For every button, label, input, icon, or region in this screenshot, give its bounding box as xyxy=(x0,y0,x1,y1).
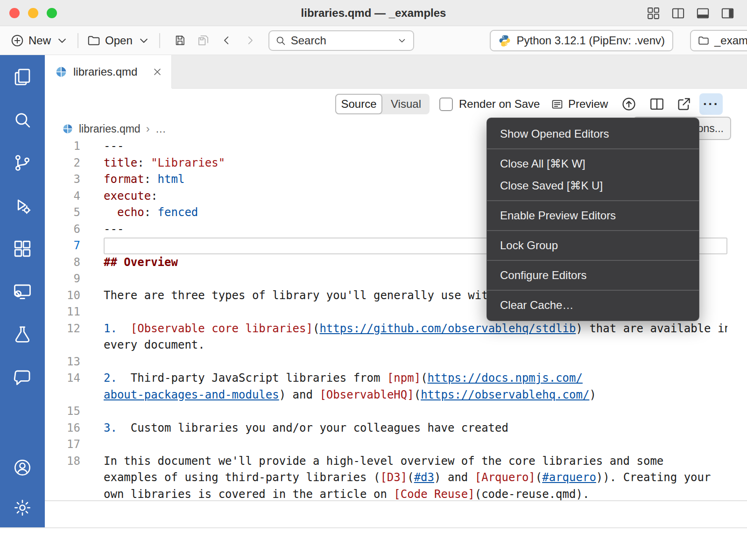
account-icon[interactable] xyxy=(13,458,32,477)
layout-panel-icon[interactable] xyxy=(696,6,710,21)
line-number: 17 xyxy=(45,436,80,453)
menu-item-label: Clear Cache… xyxy=(500,299,573,312)
code-text xyxy=(104,403,727,420)
render-on-save-label: Render on Save xyxy=(459,98,540,111)
open-in-new-window-icon[interactable] xyxy=(676,96,692,112)
menu-item-label: Lock Group xyxy=(500,239,558,252)
save-all-icon xyxy=(197,34,210,47)
code-text: In this document we'll provide a high-le… xyxy=(104,453,727,470)
save-button[interactable] xyxy=(171,31,190,50)
code-text: own libraries is covered in the article … xyxy=(104,486,727,501)
source-control-icon[interactable] xyxy=(13,153,32,173)
editor-tabs: libraries.qmd xyxy=(45,55,747,89)
code-line[interactable]: 163. Custom libraries you and/or your co… xyxy=(45,420,747,437)
line-number: 1 xyxy=(45,138,80,155)
breadcrumb-file[interactable]: libraries.qmd xyxy=(79,123,141,135)
render-on-save-checkbox-group[interactable]: Render on Save xyxy=(439,89,540,119)
code-line[interactable]: about-packages-and-modules) and [Observa… xyxy=(45,387,747,404)
search-icon[interactable] xyxy=(13,110,32,130)
menu-item-show-opened-editors[interactable]: Show Opened Editors xyxy=(487,123,699,145)
save-all-button[interactable] xyxy=(194,31,213,50)
layout-grid-icon[interactable] xyxy=(646,6,661,21)
line-number: 11 xyxy=(45,304,80,321)
layout-controls xyxy=(646,6,735,21)
monitor-icon[interactable] xyxy=(13,282,32,301)
line-number: 7 xyxy=(45,238,80,254)
line-number xyxy=(45,469,80,486)
interpreter-selector[interactable]: Python 3.12.1 (PipEnv: .venv) xyxy=(490,30,673,51)
code-line[interactable]: 13 xyxy=(45,354,747,371)
breadcrumb-more[interactable]: … xyxy=(155,123,166,135)
extensions-icon[interactable] xyxy=(13,239,32,259)
save-icon xyxy=(174,34,186,47)
preview-label: Preview xyxy=(568,98,608,111)
activity-bar-bottom xyxy=(13,458,32,517)
preview-button[interactable]: Preview xyxy=(551,89,608,119)
code-text xyxy=(104,354,727,371)
code-line[interactable]: own libraries is covered in the article … xyxy=(45,486,747,501)
testing-icon[interactable] xyxy=(13,325,32,344)
source-toggle[interactable]: Source xyxy=(335,94,382,114)
line-number: 14 xyxy=(45,370,80,387)
toolbar-divider xyxy=(78,33,78,48)
workspace-selector-partial[interactable]: _examples xyxy=(690,30,747,51)
line-number: 10 xyxy=(45,287,80,304)
code-line[interactable]: every document. xyxy=(45,337,747,354)
line-number xyxy=(45,387,80,404)
code-line[interactable]: 142. Third-party JavaScript libraries fr… xyxy=(45,370,747,387)
menu-item-close-saved-k-u[interactable]: Close Saved [⌘K U] xyxy=(487,175,699,196)
tab-libraries-qmd[interactable]: libraries.qmd xyxy=(45,55,172,88)
back-button[interactable] xyxy=(218,31,236,50)
code-line[interactable]: 15 xyxy=(45,403,747,420)
code-text: 3. Custom libraries you and/or your coll… xyxy=(104,420,727,437)
settings-icon[interactable] xyxy=(13,498,32,517)
render-icon[interactable] xyxy=(621,96,637,112)
code-line[interactable]: 121. [Observable core libraries](https:/… xyxy=(45,321,747,337)
menu-item-label: Enable Preview Editors xyxy=(500,209,616,222)
split-editor-icon[interactable] xyxy=(649,96,665,112)
run-debug-icon[interactable] xyxy=(13,196,32,216)
menu-item-close-all-k-w[interactable]: Close All [⌘K W] xyxy=(487,153,699,175)
line-number: 3 xyxy=(45,171,80,188)
menu-item-lock-group[interactable]: Lock Group xyxy=(487,234,699,256)
panel-tabs-bar xyxy=(45,500,747,527)
line-number: 12 xyxy=(45,321,80,337)
new-button[interactable]: New xyxy=(10,34,69,48)
search-placeholder: Search xyxy=(291,34,392,47)
chevron-down-icon xyxy=(137,34,151,48)
code-text xyxy=(104,436,727,453)
code-line[interactable]: 18In this document we'll provide a high-… xyxy=(45,453,747,470)
chat-icon[interactable] xyxy=(13,368,32,387)
zoom-window-button[interactable] xyxy=(47,8,57,18)
menu-item-enable-preview-editors[interactable]: Enable Preview Editors xyxy=(487,204,699,226)
menu-item-clear-cache[interactable]: Clear Cache… xyxy=(487,294,699,316)
open-button[interactable]: Open xyxy=(87,34,151,48)
close-window-button[interactable] xyxy=(9,8,20,18)
menu-item-configure-editors[interactable]: Configure Editors xyxy=(487,264,699,286)
more-actions-button[interactable]: ··· xyxy=(699,93,723,115)
visual-toggle[interactable]: Visual xyxy=(382,94,430,114)
layout-split-icon[interactable] xyxy=(671,6,685,21)
code-line[interactable]: examples of using third-party libraries … xyxy=(45,469,747,486)
minimize-window-button[interactable] xyxy=(28,8,38,18)
quarto-file-icon xyxy=(55,66,67,78)
tab-close-icon[interactable] xyxy=(152,66,163,77)
folder-icon xyxy=(87,34,101,48)
layout-sidebar-right-icon[interactable] xyxy=(720,6,735,21)
line-number: 4 xyxy=(45,188,80,205)
render-on-save-checkbox[interactable] xyxy=(439,98,453,111)
explorer-icon[interactable] xyxy=(13,67,32,87)
menu-item-label: Close Saved [⌘K U] xyxy=(500,179,603,192)
window-title: libraries.qmd — _examples xyxy=(0,7,747,20)
menu-separator xyxy=(487,226,699,234)
breadcrumb-separator: › xyxy=(146,122,150,135)
source-visual-toggle: Source Visual xyxy=(335,94,430,114)
line-number: 2 xyxy=(45,155,80,172)
search-input[interactable]: Search xyxy=(268,30,414,51)
chevron-down-icon xyxy=(55,34,69,48)
code-line[interactable]: 17 xyxy=(45,436,747,453)
forward-button[interactable] xyxy=(241,31,260,50)
code-text: every document. xyxy=(104,337,727,354)
line-number: 8 xyxy=(45,254,80,271)
menu-separator xyxy=(487,256,699,264)
